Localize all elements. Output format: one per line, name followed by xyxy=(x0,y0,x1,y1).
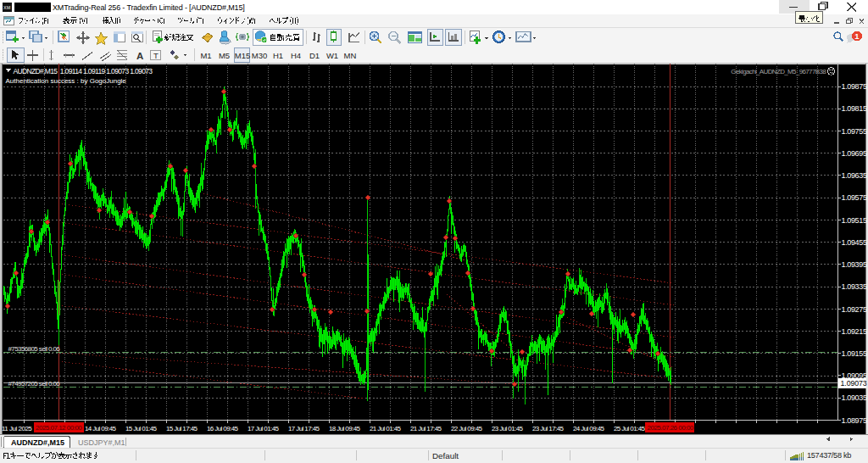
svg-text:17 Jul 01:45: 17 Jul 01:45 xyxy=(248,425,280,432)
svg-text:1.09335: 1.09335 xyxy=(842,282,867,291)
svg-text:18 Jul 09:45: 18 Jul 09:45 xyxy=(329,425,361,432)
svg-text:1: 1 xyxy=(854,31,860,41)
svg-text:157437/58 kb: 157437/58 kb xyxy=(807,451,851,460)
svg-text:15 Jul 17:45: 15 Jul 17:45 xyxy=(166,425,198,432)
svg-text:1.09875: 1.09875 xyxy=(842,82,867,91)
svg-text:M15: M15 xyxy=(235,51,250,60)
svg-text:16 Jul 09:45: 16 Jul 09:45 xyxy=(207,425,239,432)
svg-text:D1: D1 xyxy=(309,51,320,60)
svg-text:M5: M5 xyxy=(219,51,230,60)
svg-text:A: A xyxy=(136,51,143,61)
svg-text:AUDNZD#,M15: AUDNZD#,M15 xyxy=(11,438,64,447)
svg-text:MN: MN xyxy=(344,51,357,60)
svg-text:XMTrading-Real 256 - Tradexfin: XMTrading-Real 256 - Tradexfin Limited -… xyxy=(53,3,245,12)
svg-text:2025.07.12 00:00: 2025.07.12 00:00 xyxy=(36,424,82,432)
svg-text:1.09073: 1.09073 xyxy=(841,379,867,388)
svg-text:M1: M1 xyxy=(200,51,211,60)
svg-text:21 Jul 01:45: 21 Jul 01:45 xyxy=(370,425,402,432)
svg-text:1.09635: 1.09635 xyxy=(842,171,867,180)
svg-text:2025.07.26 00:00: 2025.07.26 00:00 xyxy=(648,424,694,432)
svg-text:24 Jul 09:45: 24 Jul 09:45 xyxy=(573,425,605,432)
svg-text:1.09155: 1.09155 xyxy=(842,349,867,358)
svg-text:T: T xyxy=(153,51,159,60)
svg-text:1.09575: 1.09575 xyxy=(842,193,867,202)
svg-text:1.09215: 1.09215 xyxy=(842,327,867,336)
svg-text:1.09395: 1.09395 xyxy=(842,260,867,269)
svg-text:H1: H1 xyxy=(273,51,283,60)
svg-text:1.09815: 1.09815 xyxy=(842,104,867,113)
svg-text:14 Jul 09:45: 14 Jul 09:45 xyxy=(85,425,117,432)
svg-text:23 Jul 01:45: 23 Jul 01:45 xyxy=(492,425,524,432)
svg-text:17 Jul 17:45: 17 Jul 17:45 xyxy=(288,425,320,432)
svg-text:W1: W1 xyxy=(326,51,338,60)
svg-text:23 Jul 17:45: 23 Jul 17:45 xyxy=(532,425,565,432)
svg-text:#75356805 sell 0.06: #75356805 sell 0.06 xyxy=(8,345,61,353)
svg-text:Authentication success : by Go: Authentication success : by GogoJungle xyxy=(6,77,127,85)
svg-text:1.09755: 1.09755 xyxy=(842,127,867,136)
svg-text:H4: H4 xyxy=(291,51,301,60)
svg-text:1.09695: 1.09695 xyxy=(842,149,867,158)
svg-text:1.09515: 1.09515 xyxy=(842,216,867,225)
svg-text:1.09035: 1.09035 xyxy=(842,393,867,402)
svg-text:22 Jul 09:45: 22 Jul 09:45 xyxy=(451,425,483,432)
svg-text:XM: XM xyxy=(3,5,11,10)
svg-text:1.08975: 1.08975 xyxy=(842,416,867,425)
svg-text:AUDNZD#,M15 1.09114 1.09119 1: AUDNZD#,M15 1.09114 1.09119 1.09073 1.09… xyxy=(14,67,153,75)
svg-text:#74957205 sell 0.06: #74957205 sell 0.06 xyxy=(8,380,61,388)
svg-text:25 Jul 01:45: 25 Jul 01:45 xyxy=(614,425,646,432)
svg-text:USDJPY#,M1: USDJPY#,M1 xyxy=(78,438,125,447)
svg-text:1.09455: 1.09455 xyxy=(842,238,867,247)
svg-text:Default: Default xyxy=(432,451,459,460)
svg-text:1.09275: 1.09275 xyxy=(842,305,867,314)
svg-text:11 Jul 2025: 11 Jul 2025 xyxy=(2,425,32,432)
svg-text:21 Jul 17:45: 21 Jul 17:45 xyxy=(410,425,442,432)
svg-text:Gekigachi_AUDNZD_M5_96777B38: Gekigachi_AUDNZD_M5_96777B38 xyxy=(731,68,826,75)
svg-text:M30: M30 xyxy=(252,51,267,60)
svg-text:15 Jul 01:45: 15 Jul 01:45 xyxy=(125,425,158,432)
